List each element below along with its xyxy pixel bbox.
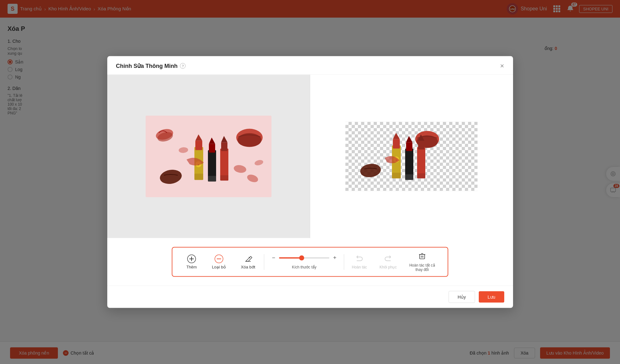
processed-image-panel: ✦ (310, 75, 513, 238)
svg-rect-12 (209, 144, 215, 153)
khoiphuc-icon (384, 255, 392, 264)
them-tool[interactable]: Thêm (179, 253, 204, 271)
svg-rect-10 (194, 174, 203, 180)
svg-rect-34 (417, 147, 425, 176)
khoiphuc-action[interactable]: Khôi phục (373, 253, 403, 271)
edit-toolbar: Thêm Loại bỏ (172, 247, 448, 277)
xoabot-label: Xóa bớt (241, 265, 255, 269)
modal-footer: Hủy Lưu (107, 286, 513, 308)
loaibo-minus-icon (215, 255, 223, 263)
loaibo-label: Loại bỏ (212, 265, 226, 269)
slider-plus-icon[interactable]: + (332, 255, 338, 261)
slider-minus-icon[interactable]: − (271, 255, 276, 261)
svg-rect-15 (221, 142, 227, 151)
slider-thumb[interactable] (299, 255, 304, 260)
loaibo-tool[interactable]: Loại bỏ (204, 253, 233, 271)
svg-rect-33 (405, 174, 413, 180)
them-label: Thêm (186, 265, 197, 269)
save-button[interactable]: Lưu (479, 291, 504, 303)
khoiphuc-label: Khôi phục (380, 265, 397, 269)
hoantac-icon (355, 255, 363, 264)
original-image-panel: ✦ (107, 75, 310, 238)
svg-rect-36 (417, 174, 425, 179)
modal-body: ✦ (107, 75, 513, 238)
hoantac-action[interactable]: Hoàn tác (345, 253, 373, 271)
hoantac-label: Hoàn tác (352, 265, 367, 269)
trash-icon (418, 252, 426, 262)
svg-rect-11 (208, 150, 216, 179)
svg-rect-32 (406, 142, 412, 151)
toolbar-container: Thêm Loại bỏ (107, 238, 513, 286)
help-icon[interactable]: ? (180, 63, 186, 69)
svg-rect-13 (208, 176, 216, 182)
processed-lipstick-image: ✦ (345, 122, 478, 191)
them-plus-icon (187, 255, 196, 263)
svg-rect-27 (393, 139, 400, 149)
svg-rect-28 (392, 173, 401, 179)
toolbar-divider2 (344, 254, 344, 270)
slider-area: − + Kích thước tẩy (265, 255, 343, 269)
svg-rect-9 (195, 141, 202, 150)
svg-rect-35 (418, 141, 424, 150)
modal-close-button[interactable]: × (500, 63, 504, 69)
hoantac-tatca-action[interactable]: Hoàn tác tất cả thay đổi (403, 250, 441, 274)
modal-title: Chinh Sửa Thông Minh ? (116, 63, 186, 69)
xoabot-tool[interactable]: Xóa bớt (233, 253, 263, 271)
svg-rect-14 (220, 149, 228, 178)
modal-header: Chinh Sửa Thông Minh ? × (107, 56, 513, 75)
hoantac-tatca-label: Hoàn tác tất cả thay đổi (409, 263, 435, 272)
slider-label: Kích thước tẩy (292, 265, 316, 269)
xoabot-eraser-icon (244, 255, 253, 263)
smart-edit-modal: Chinh Sửa Thông Minh ? × (107, 56, 513, 308)
toolbar-divider1 (264, 254, 264, 270)
svg-rect-16 (220, 175, 228, 181)
original-lipstick-image: ✦ (146, 116, 271, 197)
slider-track[interactable] (279, 257, 329, 258)
svg-point-25 (360, 163, 382, 179)
cancel-button[interactable]: Hủy (449, 291, 475, 303)
svg-rect-31 (405, 149, 413, 177)
